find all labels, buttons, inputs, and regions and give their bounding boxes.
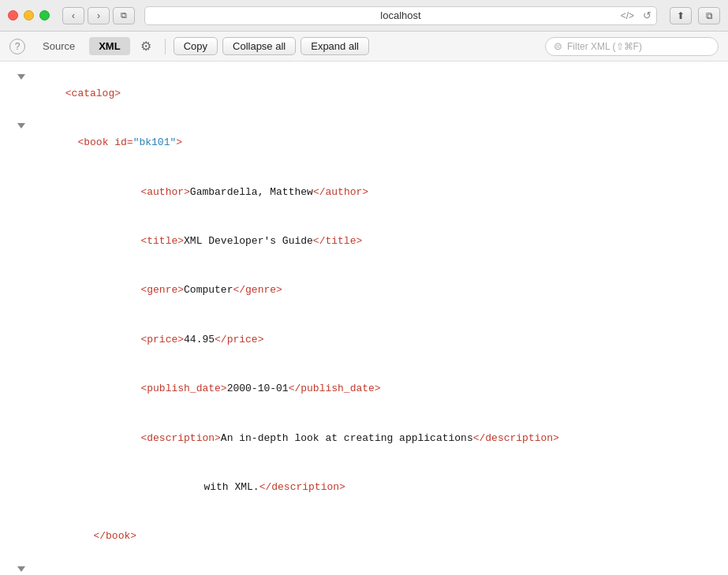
catalog-toggle[interactable] <box>0 69 28 80</box>
back-button[interactable]: ‹ <box>62 7 84 24</box>
separator <box>165 39 166 54</box>
book102-toggle[interactable] <box>0 562 28 572</box>
pubdate101-line: <publish_date>2000-10-01</publish_date> <box>0 364 728 413</box>
price101-text: <price>44.95</price> <box>28 316 263 364</box>
refresh-icon[interactable]: ↺ <box>643 9 651 21</box>
copy-button[interactable]: Copy <box>174 37 218 55</box>
book-bk102-open-line: <book id="bk102"> <box>0 562 728 575</box>
desc101-text: <description>An in-depth look at creatin… <box>28 414 559 463</box>
book101-toggle[interactable] <box>0 118 28 129</box>
price101-line: <price>44.95</price> <box>0 316 728 364</box>
author101-spacer <box>0 168 28 170</box>
genre101-line: <genre>Computer</genre> <box>0 267 728 316</box>
book-bk101-open-line: <book id="bk101"> <box>0 118 728 167</box>
catalog-tag-text: <catalog> <box>65 88 121 99</box>
window-toggle-button[interactable]: ⧉ <box>113 7 135 24</box>
help-button[interactable]: ? <box>9 39 25 54</box>
book-bk101-close-line: </book> <box>0 513 728 562</box>
book-bk102-tag: <book id="bk102"> <box>28 562 182 575</box>
toolbar: ? Source XML ⚙ Copy Collapse all Expand … <box>0 32 728 62</box>
author101-line: <author>Gambardella, Matthew</author> <box>0 168 728 217</box>
title101-line: <title>XML Developer's Guide</title> <box>0 217 728 266</box>
close-button[interactable] <box>8 10 18 21</box>
catalog-open-tag: <catalog> <box>28 69 121 118</box>
book101-triangle[interactable] <box>17 123 25 129</box>
expand-all-button[interactable]: Expand all <box>301 37 369 55</box>
book-bk101-block: <book id="bk101"> <author>Gambardella, M… <box>0 118 728 562</box>
tabs-button[interactable]: ⧉ <box>698 7 720 24</box>
maximize-button[interactable] <box>39 10 50 21</box>
book102-triangle[interactable] <box>17 566 25 572</box>
devtools-icon[interactable]: </> <box>621 10 634 21</box>
genre101-text: <genre>Computer</genre> <box>28 267 282 316</box>
gear-icon[interactable]: ⚙ <box>135 38 157 55</box>
desc101-cont-text: with XML.</description> <box>28 463 345 512</box>
filter-input[interactable]: ⊜ Filter XML (⇧⌘F) <box>545 37 719 56</box>
book-bk101-tag: <book id="bk101"> <box>28 118 182 167</box>
address-text: localhost <box>380 9 420 21</box>
address-bar[interactable]: localhost </> ↺ <box>144 6 657 25</box>
book-bk101-close-tag: </book> <box>28 513 136 562</box>
pubdate101-text: <publish_date>2000-10-01</publish_date> <box>28 364 381 413</box>
desc101-line: <description>An in-depth look at creatin… <box>0 414 728 463</box>
traffic-lights <box>8 10 50 21</box>
tab-source[interactable]: Source <box>33 37 84 55</box>
titlebar: ‹ › ⧉ localhost </> ↺ ⬆ ⧉ <box>0 0 728 32</box>
tab-xml[interactable]: XML <box>89 37 129 55</box>
desc101-cont-line: with XML.</description> <box>0 463 728 512</box>
nav-arrows: ‹ › <box>62 7 110 24</box>
forward-button[interactable]: › <box>88 7 110 24</box>
filter-placeholder: Filter XML (⇧⌘F) <box>567 41 642 52</box>
book-bk102-block: <book id="bk102"> <author>Ralls, Kim</au… <box>0 562 728 575</box>
minimize-button[interactable] <box>24 10 34 21</box>
collapse-triangle[interactable] <box>17 74 25 80</box>
title101-text: <title>XML Developer's Guide</title> <box>28 217 362 266</box>
titlebar-right: ⬆ ⧉ <box>666 7 720 24</box>
author101-text: <author>Gambardella, Matthew</author> <box>28 168 368 217</box>
share-button[interactable]: ⬆ <box>670 7 692 24</box>
filter-icon: ⊜ <box>554 40 562 52</box>
collapse-all-button[interactable]: Collapse all <box>222 37 296 55</box>
catalog-open-line: <catalog> <box>0 69 728 118</box>
xml-content[interactable]: <catalog> <book id="bk101"> <author>Gamb… <box>0 62 728 575</box>
